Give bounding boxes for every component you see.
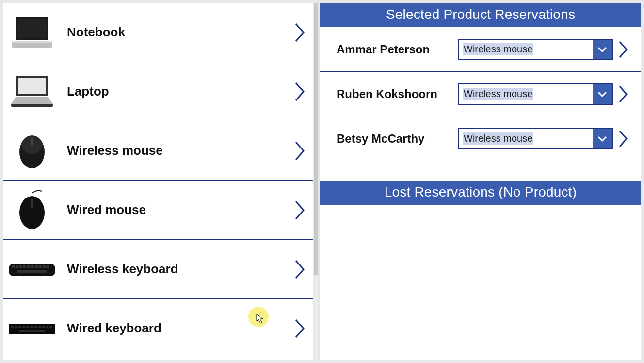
chevron-right-icon: [294, 318, 306, 339]
chevron-right-icon: [294, 199, 306, 221]
svg-rect-21: [39, 265, 42, 268]
svg-rect-33: [38, 326, 41, 328]
svg-rect-16: [19, 265, 22, 268]
svg-rect-35: [46, 326, 48, 328]
product-label: Wireless mouse: [56, 143, 294, 158]
svg-rect-10: [31, 137, 33, 146]
product-label: Notebook: [56, 25, 294, 40]
chevron-right-icon[interactable]: [618, 40, 629, 59]
reservation-row: Betsy McCarthy Wireless mouse: [320, 116, 641, 161]
lost-reservations-header: Lost Reservations (No Product): [320, 181, 641, 205]
wired-mouse-icon: [8, 188, 56, 232]
svg-marker-6: [11, 97, 53, 104]
svg-rect-12: [31, 199, 33, 208]
product-row-wireless-mouse[interactable]: Wireless mouse: [3, 121, 313, 181]
selected-reservations-header: Selected Product Reservations: [320, 3, 641, 27]
chevron-right-icon[interactable]: [618, 84, 629, 104]
notebook-icon: [8, 11, 56, 54]
product-row-laptop[interactable]: Laptop: [3, 62, 313, 121]
svg-rect-19: [31, 265, 34, 268]
reservations-panel: Selected Product Reservations Ammar Pete…: [320, 3, 641, 360]
product-list-panel: Notebook Laptop: [3, 3, 313, 360]
chevron-down-icon[interactable]: [593, 129, 612, 148]
chevron-down-icon[interactable]: [593, 40, 612, 59]
svg-rect-31: [30, 326, 33, 328]
svg-rect-27: [15, 326, 17, 328]
reservation-row: Ruben Kokshoorn Wireless mouse: [320, 72, 641, 116]
chevron-right-icon: [294, 22, 306, 43]
select-value: Wireless mouse: [459, 129, 593, 148]
product-label: Wired mouse: [56, 202, 294, 217]
keyboard-icon: [8, 248, 56, 291]
keyboard-icon: [8, 307, 56, 350]
mouse-icon: [8, 129, 56, 173]
svg-rect-24: [17, 270, 47, 273]
svg-rect-28: [18, 326, 21, 328]
svg-rect-37: [19, 330, 45, 332]
svg-rect-5: [18, 78, 46, 94]
product-select[interactable]: Wireless mouse: [458, 128, 613, 149]
product-select[interactable]: Wireless mouse: [458, 83, 613, 105]
reservation-name: Ammar Peterson: [337, 43, 458, 56]
chevron-right-icon: [294, 140, 306, 162]
product-row-notebook[interactable]: Notebook: [3, 3, 313, 62]
svg-rect-30: [26, 326, 29, 328]
product-label: Laptop: [56, 84, 294, 99]
svg-rect-26: [11, 326, 14, 328]
product-select[interactable]: Wireless mouse: [458, 39, 613, 60]
chevron-down-icon[interactable]: [593, 84, 612, 104]
svg-rect-23: [47, 265, 49, 268]
scrollbar-thumb[interactable]: [314, 3, 318, 275]
svg-rect-13: [9, 264, 55, 276]
svg-rect-1: [17, 19, 47, 38]
svg-rect-29: [22, 326, 25, 328]
svg-rect-15: [16, 265, 18, 268]
reservation-name: Ruben Kokshoorn: [337, 87, 458, 101]
chevron-right-icon[interactable]: [618, 129, 629, 148]
select-value: Wireless mouse: [459, 84, 593, 104]
product-row-wired-keyboard[interactable]: Wired keyboard: [3, 299, 313, 358]
svg-rect-14: [12, 265, 15, 268]
product-row-wired-mouse[interactable]: Wired mouse: [3, 181, 313, 240]
chevron-right-icon: [294, 259, 306, 280]
svg-rect-22: [43, 265, 46, 268]
svg-rect-32: [34, 326, 37, 328]
svg-rect-20: [35, 265, 38, 268]
product-label: Wireless keyboard: [56, 262, 294, 277]
product-row-wireless-keyboard[interactable]: Wireless keyboard: [3, 240, 313, 299]
svg-rect-3: [12, 41, 52, 43]
laptop-icon: [8, 70, 56, 114]
chevron-right-icon: [294, 81, 306, 102]
spacer: [320, 161, 641, 181]
svg-rect-25: [9, 324, 55, 334]
svg-rect-18: [27, 265, 30, 268]
panel-divider: [313, 3, 320, 360]
reservation-row: Ammar Peterson Wireless mouse: [320, 27, 641, 72]
select-value: Wireless mouse: [459, 40, 593, 59]
svg-rect-36: [49, 326, 52, 328]
svg-rect-34: [42, 326, 45, 328]
reservation-name: Betsy McCarthy: [337, 132, 458, 146]
product-label: Wired keyboard: [56, 321, 294, 336]
svg-rect-7: [11, 104, 53, 107]
svg-rect-17: [23, 265, 26, 268]
